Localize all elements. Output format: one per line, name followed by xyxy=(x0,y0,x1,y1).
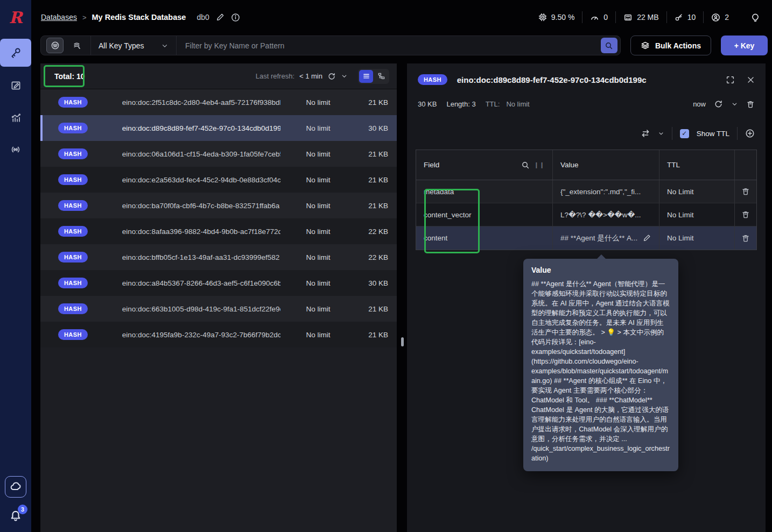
key-list-header: Total: 10 Last refresh: < 1 min xyxy=(40,63,397,89)
workbench-icon xyxy=(10,80,22,91)
memory-value: 22 MB xyxy=(637,13,658,22)
refresh-icon[interactable] xyxy=(714,100,723,109)
key-list-item[interactable]: HASHeino:doc:4195fa9b-232c-49a7-93c2-7b6… xyxy=(40,322,397,347)
key-type-badge: HASH xyxy=(58,252,88,263)
tree-view-button[interactable] xyxy=(374,70,388,83)
field-name: content_vector xyxy=(416,203,553,226)
search-submit-button[interactable] xyxy=(601,38,617,53)
key-details-header: HASH eino:doc:d89c8d89-fef7-452e-97c0-13… xyxy=(407,63,766,85)
key-name: eino:doc:d89c8d89-fef7-452e-97c0-134cdb0… xyxy=(122,124,280,132)
redis-cloud-button[interactable] xyxy=(5,476,26,498)
connected-clients-value: 2 xyxy=(725,13,729,22)
db-info-icon[interactable] xyxy=(231,13,240,22)
key-ttl: No limit xyxy=(280,253,356,261)
key-size: 30 KB xyxy=(356,124,388,132)
key-ttl: No limit xyxy=(280,228,356,236)
key-size: 22 KB xyxy=(356,253,388,261)
key-ttl: No limit xyxy=(280,176,356,184)
chevron-down-icon xyxy=(161,42,169,49)
value-column-header: Value xyxy=(560,161,579,169)
field-value: {"_extension":".md","_fi... xyxy=(560,188,641,196)
key-list-header-controls: Last refresh: < 1 min xyxy=(256,69,389,84)
key-type-badge: HASH xyxy=(58,278,88,288)
divider xyxy=(615,11,616,23)
search-by-values-toggle[interactable] xyxy=(68,38,85,53)
refresh-settings-chevron-icon[interactable] xyxy=(731,101,738,108)
key-name: eino:doc:bffb05cf-1e13-49af-aa31-dc93999… xyxy=(122,253,280,261)
refresh-settings-chevron-icon[interactable] xyxy=(341,73,348,80)
key-size: 22 KB xyxy=(356,228,388,236)
key-ttl: No limit xyxy=(280,305,356,313)
key-size: 21 KB xyxy=(356,150,388,158)
column-resize-handle[interactable]: ❙❙ xyxy=(534,161,545,168)
value-tooltip: Value ## **Agent 是什么** Agent（智能代理）是一个能够感… xyxy=(523,259,678,471)
key-ttl: No limit xyxy=(280,202,356,210)
list-view-button[interactable] xyxy=(359,70,373,83)
fullscreen-icon[interactable] xyxy=(726,75,735,84)
show-ttl-checkbox[interactable]: ✓ xyxy=(680,129,689,138)
delete-field-trash-icon[interactable] xyxy=(741,210,750,219)
field-value: ## **Agent 是什么** A... xyxy=(560,233,637,243)
field-row-content-vector[interactable]: content_vector L?�?\? ��>��w�... No Limi… xyxy=(416,203,756,226)
key-ttl: No limit xyxy=(280,331,356,339)
cloud-icon xyxy=(10,481,22,493)
nav-pubsub[interactable] xyxy=(0,136,31,164)
panel-resize-handle[interactable] xyxy=(401,337,404,346)
key-name: eino:doc:2f51c8dc-2d80-4eb4-aaf5-72176f9… xyxy=(122,98,280,107)
format-chevron-icon[interactable] xyxy=(658,130,664,137)
delete-field-trash-icon[interactable] xyxy=(741,187,750,196)
nav-browser-keys[interactable] xyxy=(0,39,31,67)
key-type-badge: HASH xyxy=(58,174,88,185)
field-row-metadata[interactable]: metadata {"_extension":".md","_fi... No … xyxy=(416,180,756,203)
key-list-item[interactable]: HASHeino:doc:bffb05cf-1e13-49af-aa31-dc9… xyxy=(40,244,397,270)
field-row-content[interactable]: content ## **Agent 是什么** A... No Limit xyxy=(416,226,756,250)
value-format-swap-icon[interactable] xyxy=(641,129,650,138)
breadcrumb-databases-link[interactable]: Databases xyxy=(41,13,77,22)
delete-key-trash-icon[interactable] xyxy=(746,100,755,109)
user-icon xyxy=(711,13,720,22)
commands-sec-value: 0 xyxy=(603,13,608,22)
refresh-icon[interactable] xyxy=(327,72,336,81)
bulk-actions-button[interactable]: Bulk Actions xyxy=(630,36,711,55)
key-filter-group: All Key Types xyxy=(40,36,621,55)
filter-mode-toggles xyxy=(41,38,90,53)
key-list-item[interactable]: HASHeino:doc:06a106d1-cf15-4eda-b309-1fa… xyxy=(40,141,397,167)
analytics-icon xyxy=(10,112,22,123)
fields-table-body: metadata {"_extension":".md","_fi... No … xyxy=(416,180,756,250)
edit-db-pencil-icon[interactable] xyxy=(216,13,224,22)
db-stats-strip: 9.50 % 0 22 MB 10 2 xyxy=(538,11,760,23)
key-ttl: No limit xyxy=(280,124,356,132)
edit-value-pencil-icon[interactable] xyxy=(643,234,651,242)
add-field-plus-icon[interactable] xyxy=(745,129,755,138)
filter-by-pattern-toggle[interactable] xyxy=(46,38,64,53)
key-list-item[interactable]: HASHeino:doc:2f51c8dc-2d80-4eb4-aaf5-721… xyxy=(40,89,397,115)
total-keys-label: Total: 10 xyxy=(48,67,92,86)
gauge-icon xyxy=(590,13,599,22)
search-fields-icon[interactable] xyxy=(521,161,530,169)
breadcrumb-current-database: My Redis Stack Database xyxy=(92,13,186,22)
close-icon[interactable] xyxy=(747,76,755,84)
total-keys-stat: 10 xyxy=(675,13,696,22)
key-list-item-selected[interactable]: HASHeino:doc:d89c8d89-fef7-452e-97c0-134… xyxy=(40,115,397,141)
key-type-dropdown[interactable]: All Key Types xyxy=(91,41,176,50)
notification-count-badge: 3 xyxy=(18,505,27,514)
key-filter-input[interactable] xyxy=(177,41,601,50)
key-list-item[interactable]: HASHeino:doc:8afaa396-9882-4bd4-9b0b-ac7… xyxy=(40,218,397,244)
add-key-button[interactable]: + Key xyxy=(721,36,768,55)
key-list-item[interactable]: HASHeino:doc:e2a563dd-fec4-45c2-94db-0e8… xyxy=(40,167,397,193)
redis-logo[interactable]: R xyxy=(0,0,31,34)
show-ttl-label: Show TTL xyxy=(697,130,729,138)
insights-lightbulb-icon[interactable] xyxy=(750,12,760,22)
key-list-item[interactable]: HASHeino:doc:ba70f0fa-cbf6-4b7c-b8be-832… xyxy=(40,193,397,218)
key-list-item[interactable]: HASHeino:doc:663b1005-d98d-419c-9fa1-851… xyxy=(40,296,397,322)
nav-workbench[interactable] xyxy=(0,71,31,99)
notifications-button[interactable]: 3 xyxy=(9,509,22,522)
key-list-item[interactable]: HASHeino:doc:a84b5367-8266-46d3-aef5-c6f… xyxy=(40,270,397,296)
key-name: eino:doc:8afaa396-9882-4bd4-9b0b-ac7f18e… xyxy=(122,228,280,236)
key-ttl: No limit xyxy=(280,98,356,107)
cpu-value: 9.50 % xyxy=(551,13,575,22)
tooltip-title: Value xyxy=(531,266,670,274)
nav-analytics[interactable] xyxy=(0,103,31,131)
delete-field-trash-icon[interactable] xyxy=(741,234,750,243)
fields-table-header: Field ❙❙ Value TTL xyxy=(416,150,756,180)
